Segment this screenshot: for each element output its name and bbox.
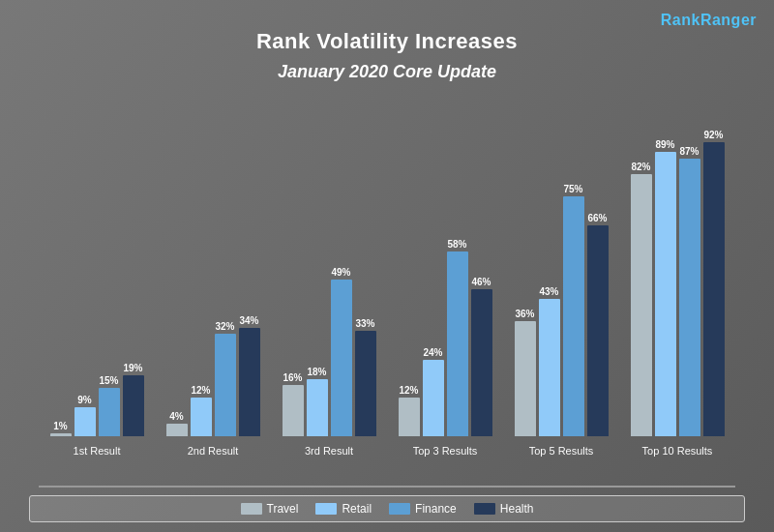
bars-row: 4%12%32%34% xyxy=(166,315,260,436)
bar-value-label: 43% xyxy=(539,286,558,297)
bar-wrap: 4% xyxy=(166,411,188,436)
bar-group: 36%43%75%66%Top 5 Results xyxy=(515,184,609,457)
bar-wrap: 1% xyxy=(50,421,72,436)
bar-value-label: 12% xyxy=(191,385,210,396)
bar-travel xyxy=(283,385,304,436)
bar-wrap: 34% xyxy=(239,315,260,436)
bar-finance xyxy=(447,251,468,436)
bar-value-label: 24% xyxy=(423,347,442,358)
bar-wrap: 49% xyxy=(331,267,352,436)
legend-swatch-finance xyxy=(389,503,410,515)
group-label: Top 3 Results xyxy=(413,445,478,457)
bar-wrap: 58% xyxy=(447,239,468,436)
bar-value-label: 15% xyxy=(99,375,118,386)
bar-travel xyxy=(50,433,72,436)
bar-retail xyxy=(655,152,676,436)
legend-label-retail: Retail xyxy=(342,502,372,516)
legend-label-travel: Travel xyxy=(267,502,299,516)
group-label: 2nd Result xyxy=(188,445,239,457)
bars-container: 1%9%15%19%1st Result4%12%32%34%2nd Resul… xyxy=(29,100,745,486)
chart-area: 1%9%15%19%1st Result4%12%32%34%2nd Resul… xyxy=(29,100,745,532)
bar-health xyxy=(471,289,492,436)
bar-finance xyxy=(99,388,120,436)
page-container: RankRanger Rank Volatility Increases Jan… xyxy=(0,0,774,532)
bar-value-label: 75% xyxy=(563,184,582,194)
bar-wrap: 36% xyxy=(515,309,536,436)
bar-value-label: 34% xyxy=(239,315,258,326)
bars-row: 36%43%75%66% xyxy=(515,184,609,436)
bar-finance xyxy=(679,159,700,436)
bars-row: 16%18%49%33% xyxy=(283,267,376,436)
bar-retail xyxy=(539,299,560,436)
group-label: 3rd Result xyxy=(305,445,353,457)
bar-wrap: 15% xyxy=(99,375,120,436)
bar-wrap: 16% xyxy=(283,372,304,436)
bar-travel xyxy=(399,398,420,436)
bar-value-label: 1% xyxy=(53,421,67,431)
bar-health xyxy=(355,331,376,436)
legend-item-health: Health xyxy=(474,502,534,516)
bars-row: 12%24%58%46% xyxy=(399,239,492,436)
bar-value-label: 92% xyxy=(703,130,723,140)
bar-wrap: 12% xyxy=(191,385,212,436)
legend: TravelRetailFinanceHealth xyxy=(29,495,745,522)
bar-group: 1%9%15%19%1st Result xyxy=(50,363,144,457)
bar-travel xyxy=(515,321,536,436)
bar-wrap: 19% xyxy=(123,363,144,436)
bar-value-label: 12% xyxy=(399,385,418,396)
legend-label-finance: Finance xyxy=(415,502,457,516)
bar-health xyxy=(587,225,609,436)
bar-finance xyxy=(563,196,584,436)
bar-wrap: 43% xyxy=(539,286,560,436)
bar-travel xyxy=(166,424,188,436)
bar-group: 82%89%87%92%Top 10 Results xyxy=(631,130,725,457)
bar-wrap: 87% xyxy=(679,146,700,436)
bar-wrap: 66% xyxy=(587,213,609,436)
group-label: Top 5 Results xyxy=(529,445,594,457)
main-title: Rank Volatility Increases xyxy=(256,29,518,54)
bar-value-label: 89% xyxy=(655,139,674,150)
bar-health xyxy=(123,375,144,436)
bar-value-label: 82% xyxy=(631,162,650,172)
bar-value-label: 58% xyxy=(447,239,466,250)
bar-health xyxy=(239,328,260,436)
group-label: 1st Result xyxy=(74,445,121,457)
bar-value-label: 66% xyxy=(587,213,607,223)
bar-wrap: 89% xyxy=(655,139,676,436)
bar-wrap: 18% xyxy=(307,367,328,436)
legend-item-travel: Travel xyxy=(241,502,299,516)
bar-value-label: 49% xyxy=(331,267,350,278)
legend-item-retail: Retail xyxy=(315,502,372,516)
bar-value-label: 16% xyxy=(283,372,302,383)
bar-wrap: 46% xyxy=(471,277,492,436)
bar-group: 4%12%32%34%2nd Result xyxy=(166,315,260,457)
bar-wrap: 82% xyxy=(631,162,652,436)
bar-wrap: 24% xyxy=(423,347,444,436)
bar-retail xyxy=(74,407,96,436)
bar-retail xyxy=(307,379,328,436)
bar-value-label: 19% xyxy=(123,363,142,373)
bars-row: 1%9%15%19% xyxy=(50,363,144,436)
bar-wrap: 33% xyxy=(355,318,376,436)
legend-swatch-health xyxy=(474,503,495,515)
bars-row: 82%89%87%92% xyxy=(631,130,725,436)
bar-health xyxy=(703,142,725,436)
bar-wrap: 9% xyxy=(74,395,96,436)
bar-wrap: 92% xyxy=(703,130,725,436)
bar-value-label: 4% xyxy=(169,411,183,422)
title-section: Rank Volatility Increases January 2020 C… xyxy=(256,29,518,82)
logo: RankRanger xyxy=(661,12,757,29)
bar-value-label: 36% xyxy=(515,309,534,319)
group-label: Top 10 Results xyxy=(642,445,713,457)
sub-title: January 2020 Core Update xyxy=(256,62,518,82)
bar-wrap: 75% xyxy=(563,184,584,436)
logo-text: RankRanger xyxy=(661,12,757,28)
bar-value-label: 87% xyxy=(679,146,699,157)
legend-item-finance: Finance xyxy=(389,502,457,516)
bar-retail xyxy=(423,360,444,436)
legend-swatch-retail xyxy=(315,503,337,515)
bar-group: 16%18%49%33%3rd Result xyxy=(283,267,376,457)
bar-value-label: 9% xyxy=(77,395,91,405)
bar-value-label: 32% xyxy=(215,321,234,332)
legend-swatch-travel xyxy=(241,503,262,515)
